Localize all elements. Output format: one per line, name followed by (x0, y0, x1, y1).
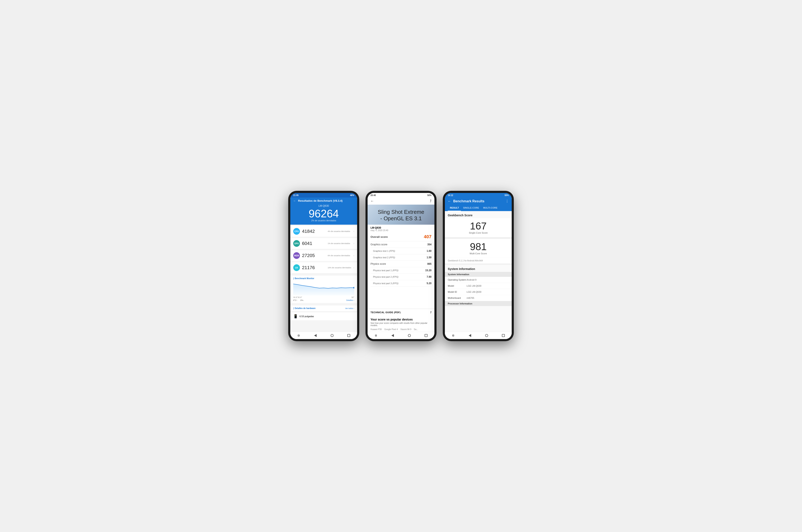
benchmark-chart (293, 281, 354, 296)
popular-device-2: Google Pixel 4 (384, 328, 398, 330)
share-button-2[interactable]: ⤴ (430, 199, 431, 203)
cpu-chevron-icon: › (353, 230, 354, 233)
ux-score-row[interactable]: UX 21176 10% de usuarios derrotados › (290, 262, 357, 273)
chart-end-label: 30° (351, 296, 354, 298)
gfx-test2-label: Graphics test 2 (FPS) (371, 256, 395, 259)
result-overall: Overall score 407 (371, 232, 431, 241)
back-button-3[interactable]: ← (448, 200, 451, 203)
sysinfo-row-os: Operating System Android 9 (445, 277, 512, 283)
hardware-title: Detalles de hardware (293, 307, 316, 309)
version-note: Geekbench 5.1.1 for Android AArch64 (445, 258, 512, 264)
popular-sub: See how your score compares with results… (371, 322, 431, 326)
device-info-2: LM-Q630 may. 4, 2020 20:40 (368, 225, 434, 232)
nav-circle-icon-3 (485, 334, 488, 337)
multi-core-score: 981 (448, 242, 509, 252)
phone2-screen: 20:40 50% ← ⤴ Sling Shot Extreme- OpenGL… (368, 193, 434, 339)
header-title-1: Resultados de Benchmark (V8.3.4) (298, 199, 342, 202)
device-date-2: may. 4, 2020 20:40 (371, 229, 431, 231)
ver-todos-link[interactable]: Ver todos › (345, 307, 354, 309)
status-bar-2: 20:40 50% (368, 193, 434, 197)
graphics-label: Graphics score (371, 243, 388, 246)
phones-container: 21:05 46% ← Resultados de Benchmark (V8.… (288, 191, 514, 341)
cpu-value: 41842 (302, 229, 325, 234)
result-graphics: Graphics score 354 (371, 241, 431, 248)
nav-back-btn-3[interactable] (468, 334, 472, 337)
gpu-value: 6041 (302, 241, 325, 246)
nav-recents-btn-3[interactable] (501, 334, 505, 337)
model-key: Model (448, 285, 467, 287)
status-bar-3: 16:12 55% (445, 193, 512, 197)
nav-back-btn-1[interactable] (314, 334, 317, 337)
nav-recents-btn-2[interactable] (424, 334, 428, 337)
hero-section: Sling Shot Extreme- OpenGL ES 3.1 (368, 205, 434, 225)
popular-device-4: Sa... (414, 328, 418, 330)
nav-menu-btn-2[interactable] (374, 334, 378, 337)
ux-value: 21176 (302, 265, 325, 270)
mem-value: 27205 (302, 253, 325, 258)
nav-rect-icon-2 (375, 335, 377, 336)
phone3-screen: 16:12 55% ← Benchmark Results ⋮ RESULT S… (445, 193, 512, 339)
technical-guide[interactable]: TECHNICAL GUIDE (PDF) ⤴ (368, 309, 434, 316)
nav-menu-btn-3[interactable] (451, 334, 455, 337)
physics-value: 865 (427, 263, 431, 265)
status-time-1: 21:05 (293, 194, 299, 196)
overall-label: Overall score (371, 235, 388, 239)
detalles-link[interactable]: Detalles › (346, 299, 354, 301)
gpu-pct: 1% de usuarios derrotados (328, 242, 351, 245)
gpu-chevron-icon: › (353, 242, 354, 245)
back-button-1[interactable]: ← (293, 199, 296, 202)
mem-score-row[interactable]: MEM 27205 6% de usuarios derrotados › (290, 250, 357, 261)
nav-home-btn-2[interactable] (408, 334, 411, 337)
nav-square-icon-3 (502, 334, 505, 337)
benchmark-monitor: Benchmark Monitor (290, 276, 357, 303)
gfx-test1-value: 1.60 (427, 249, 431, 252)
status-battery-2: 50% (427, 194, 431, 196)
menu-icon-3[interactable]: ⋮ (505, 199, 509, 203)
nav-square-icon-1 (347, 334, 350, 337)
cpu-score-row[interactable]: CPU 41842 4% de usuarios derrotados › (290, 226, 357, 237)
hardware-item-screen: 📱 6.53 pulgadas (290, 312, 357, 320)
mem-chevron-icon: › (353, 254, 354, 257)
phone-antutu: 21:05 46% ← Resultados de Benchmark (V8.… (288, 191, 359, 341)
nav-rect-icon-1 (298, 335, 299, 336)
nav-recents-btn-1[interactable] (347, 334, 351, 337)
back-button-2[interactable]: ← (371, 199, 374, 203)
sysinfo-row-modelid: Model ID LGE LM-Q630 (445, 289, 512, 295)
popular-title: Your score vs popular devices (371, 318, 431, 321)
tab-multi-core[interactable]: MULTI-CORE (481, 205, 500, 211)
cpu-pct: 4% de usuarios derrotados (328, 230, 351, 232)
nav-home-btn-1[interactable] (330, 334, 334, 337)
result-gfx-test1: Graphics test 1 (FPS) 1.60 (371, 248, 431, 254)
phys-test3-label: Physics test part 3 (FPS) (371, 282, 398, 285)
nav-back-btn-2[interactable] (391, 334, 394, 337)
popular-device-1: Huawei P30 (371, 328, 382, 330)
geekbench-header: ← Benchmark Results ⋮ (445, 197, 512, 205)
result-phys-test3: Physics test part 3 (FPS) 5.20 (371, 280, 431, 287)
tab-single-core[interactable]: SINGLE-CORE (461, 205, 481, 211)
score-sub-1: 2% de usuarios derrotados (293, 220, 354, 222)
technical-guide-label: TECHNICAL GUIDE (PDF) (371, 311, 400, 314)
nav-home-btn-3[interactable] (485, 334, 488, 337)
tabs-bar: RESULT SINGLE-CORE MULTI-CORE (445, 205, 512, 211)
antutu-content: CPU 41842 4% de usuarios derrotados › GP… (290, 225, 357, 332)
device-name-2: LM-Q630 (371, 226, 431, 229)
phys-test2-label: Physics test part 2 (FPS) (371, 276, 398, 278)
nav-triangle-icon-1 (314, 334, 317, 337)
antutu-header: ← Resultados de Benchmark (V8.3.4) LM-Q6… (290, 197, 357, 225)
gfx-test1-label: Graphics test 1 (FPS) (371, 250, 395, 252)
tab-result[interactable]: RESULT (448, 205, 461, 211)
chart-area (293, 281, 354, 296)
single-core-score: 167 (448, 221, 509, 231)
popular-section: Your score vs popular devices See how yo… (368, 316, 434, 332)
gpu-score-row[interactable]: GPU 6041 1% de usuarios derrotados › (290, 238, 357, 249)
screen-size-text: 6.53 pulgadas (299, 315, 314, 318)
status-battery-3: 55% (505, 194, 509, 196)
result-physics: Physics score 865 (371, 261, 431, 267)
nav-square-icon-2 (425, 334, 428, 337)
chart-start-label: 30.9°30.9° (293, 296, 302, 298)
sysinfo-header: System Information (445, 272, 512, 277)
nav-menu-btn-1[interactable] (297, 334, 301, 337)
nav-triangle-icon-2 (391, 334, 394, 337)
device-name-1: LM-Q630 (293, 204, 354, 207)
ux-pct: 10% de usuarios derrotados (328, 267, 351, 269)
